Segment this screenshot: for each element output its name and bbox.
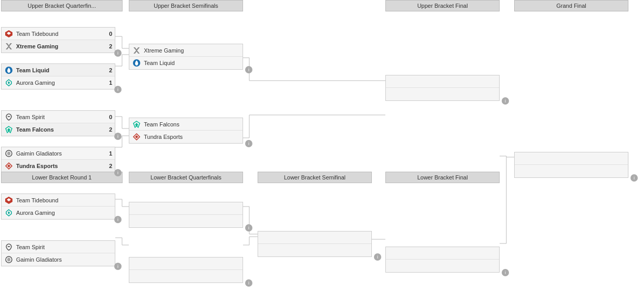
team-row: Aurora Gaming 1 (2, 76, 115, 89)
placeholder-icon (388, 249, 398, 258)
team-row: Aurora Gaming (2, 207, 115, 219)
placeholder-icon (132, 259, 141, 268)
team-row (386, 75, 499, 88)
team-name: Xtreme Gaming (144, 47, 232, 54)
svg-marker-8 (135, 135, 138, 138)
placeholder-icon (388, 89, 398, 99)
team-row (129, 202, 243, 215)
info-dot[interactable]: i (245, 279, 252, 287)
tidebound-icon (4, 29, 14, 38)
info-dot[interactable]: i (245, 140, 252, 147)
team-name: Aurora Gaming (16, 80, 104, 86)
placeholder-icon (261, 246, 270, 255)
info-dot[interactable]: i (114, 169, 122, 176)
info-dot[interactable]: i (245, 66, 252, 73)
team-row: Team Liquid 2 (2, 64, 115, 76)
lbf-column: Lower Bracket Final i (385, 172, 510, 273)
ubqf-match3: Team Spirit 0 Team Falcons 2 (1, 110, 115, 136)
team-row: Team Tidebound 0 (2, 28, 115, 40)
gf-header: Grand Final (514, 0, 628, 11)
team-row (258, 231, 371, 244)
lbsf-column: Lower Bracket Semifinal i (258, 172, 382, 257)
svg-marker-5 (7, 164, 10, 168)
team-name: Aurora Gaming (16, 210, 104, 216)
team-row: Xtreme Gaming 2 (2, 40, 115, 53)
info-dot[interactable]: i (114, 263, 122, 270)
ubf-column: Upper Bracket Final i (385, 0, 510, 101)
liquid-icon (4, 66, 14, 75)
spirit-icon (4, 242, 14, 252)
team-row: Xtreme Gaming (129, 44, 243, 57)
info-dot[interactable]: i (374, 253, 381, 261)
info-dot[interactable]: i (502, 97, 509, 105)
aurora-icon (4, 78, 14, 87)
team-score: 1 (104, 80, 112, 86)
gaimin-icon (4, 255, 14, 264)
team-row (129, 215, 243, 227)
team-name: Team Falcons (16, 126, 104, 133)
spirit-icon (4, 112, 14, 122)
info-dot[interactable]: i (502, 269, 509, 276)
team-row (129, 258, 243, 270)
team-row (515, 152, 628, 165)
lbqf-column: Lower Bracket Quarterfinals i (129, 172, 253, 283)
team-score: 1 (104, 150, 112, 157)
info-dot[interactable]: i (114, 216, 122, 223)
team-score: 0 (104, 31, 112, 37)
aurora-icon (4, 208, 14, 217)
team-row (386, 247, 499, 260)
team-name: Team Tidebound (16, 31, 104, 37)
placeholder-icon (261, 233, 270, 242)
info-dot[interactable]: i (114, 49, 122, 57)
team-row: Team Falcons 2 (2, 123, 115, 136)
team-name: Team Tidebound (16, 197, 104, 203)
team-row: Team Spirit 0 (2, 111, 115, 123)
team-score: 2 (104, 43, 112, 49)
team-name: Team Liquid (16, 67, 104, 73)
ubsf-column: Upper Bracket Semifinals Xtreme Gaming T… (129, 0, 253, 144)
ubqf-match1: Team Tidebound 0 Xtreme Gaming 2 (1, 27, 115, 53)
team-row: Team Spirit (2, 241, 115, 253)
team-row (386, 88, 499, 100)
info-dot[interactable]: i (630, 174, 638, 182)
placeholder-icon (132, 216, 141, 226)
gf-column: Grand Final i (514, 0, 639, 178)
info-dot[interactable]: i (114, 133, 122, 140)
ubf-match (385, 75, 500, 101)
xtreme-icon (132, 46, 141, 55)
team-row: Tundra Esports 2 (2, 160, 115, 172)
team-score: 0 (104, 114, 112, 120)
lbr1-match2: Team Spirit Gaimin Gladiators (1, 240, 115, 266)
lbf-header: Lower Bracket Final (385, 172, 500, 183)
ubqf-column: Upper Bracket Quarterfin... Team Tidebou… (1, 0, 123, 173)
tundra-icon (132, 132, 141, 141)
team-row (129, 270, 243, 282)
placeholder-icon (132, 204, 141, 213)
team-name: Xtreme Gaming (16, 43, 104, 49)
placeholder-icon (388, 77, 398, 86)
lbr1-match1: Team Tidebound Aurora Gaming (1, 194, 115, 220)
team-row (515, 165, 628, 177)
lbqf-match1 (129, 202, 243, 228)
info-dot[interactable]: i (114, 86, 122, 93)
team-name: Tundra Esports (144, 134, 232, 140)
team-row: Gaimin Gladiators (2, 253, 115, 266)
team-name: Team Spirit (16, 244, 104, 250)
lbqf-header: Lower Bracket Quarterfinals (129, 172, 243, 183)
ubsf-header: Upper Bracket Semifinals (129, 0, 243, 11)
lbqf-match2 (129, 257, 243, 283)
gf-match (514, 152, 628, 178)
team-name: Team Falcons (144, 121, 232, 127)
team-row (258, 244, 371, 256)
info-dot[interactable]: i (245, 224, 252, 231)
team-row: Gaimin Gladiators 1 (2, 147, 115, 160)
gaimin-icon (4, 149, 14, 158)
team-name: Team Spirit (16, 114, 104, 120)
tundra-icon (4, 161, 14, 171)
team-row (386, 260, 499, 272)
placeholder-icon (388, 261, 398, 271)
lbr1-header: Lower Bracket Round 1 (1, 172, 123, 183)
team-name: Team Liquid (144, 60, 232, 66)
team-score: 2 (104, 67, 112, 73)
lbr1-column: Lower Bracket Round 1 Team Tidebound Aur… (1, 172, 123, 266)
